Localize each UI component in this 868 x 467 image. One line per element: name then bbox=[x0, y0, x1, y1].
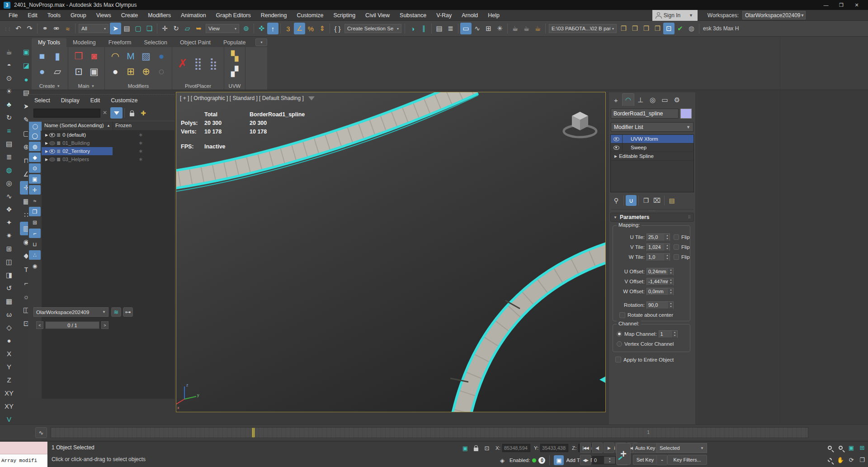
menu-rendering[interactable]: Rendering bbox=[256, 10, 292, 21]
mini-curve-editor-icon[interactable]: ∿ bbox=[35, 427, 47, 438]
viewport-header[interactable]: [ + ] [ Orthographic ] [ Standard ] [ De… bbox=[180, 95, 315, 101]
w-offset-spinner[interactable]: ▴▾ bbox=[668, 288, 673, 295]
display-lights-filter-icon[interactable]: ⊙ bbox=[29, 163, 41, 173]
frame-spinner[interactable]: ▴▾ bbox=[604, 457, 616, 464]
axis-z-button[interactable]: Z bbox=[3, 373, 15, 386]
menu-graph-editors[interactable]: Graph Editors bbox=[211, 10, 256, 21]
menu-group[interactable]: Group bbox=[66, 10, 91, 21]
parameters-rollout-header[interactable]: ▼ Parameters ⠿ bbox=[610, 213, 694, 222]
select-and-link-icon[interactable]: ⚭ bbox=[39, 23, 51, 34]
prs-transform-icon[interactable]: ✗ bbox=[175, 49, 190, 78]
viewport-header-labels[interactable]: [ + ] [ Orthographic ] [ Standard ] [ De… bbox=[180, 95, 304, 101]
zoom-region-icon[interactable] bbox=[825, 455, 835, 465]
play-button[interactable]: ▶ bbox=[604, 443, 614, 453]
mirror-tool-icon[interactable]: ◫ bbox=[3, 255, 15, 268]
box-primitive-icon[interactable]: ■ bbox=[35, 49, 49, 63]
explorer-menu-edit[interactable]: Edit bbox=[90, 97, 100, 104]
scripting-line[interactable]: Array modifi bbox=[0, 454, 47, 467]
display-groups-filter-icon[interactable]: ❐ bbox=[29, 207, 41, 216]
auto-key-button[interactable]: Auto Key bbox=[633, 443, 657, 453]
map-channel-spinner[interactable]: ▴▾ bbox=[672, 331, 677, 338]
menu-arnold[interactable]: Arnold bbox=[457, 10, 483, 21]
document-window-icon-3[interactable]: ❒ bbox=[641, 23, 652, 34]
light-icon[interactable]: ⊙ bbox=[3, 71, 15, 85]
ffd-modifier-icon[interactable]: ⊞ bbox=[123, 64, 138, 79]
menu-substance[interactable]: Substance bbox=[395, 10, 431, 21]
cycle-icon[interactable]: ↻ bbox=[3, 111, 15, 124]
key-filters-button[interactable]: Key Filters... bbox=[667, 455, 707, 465]
list-icon[interactable]: ≡ bbox=[3, 124, 15, 137]
tree-icon[interactable]: ♣ bbox=[3, 98, 15, 111]
x-coordinate-field[interactable]: 85348,594 bbox=[502, 444, 530, 452]
ribbon-config-button[interactable]: ▾ bbox=[255, 38, 267, 46]
spline-icon[interactable]: ∿ bbox=[3, 190, 15, 203]
angle-snap-icon[interactable]: ∠ bbox=[294, 23, 305, 34]
y-coordinate-field[interactable]: 35433,438 bbox=[540, 444, 568, 452]
isolate-selection-icon[interactable]: ▣ bbox=[460, 443, 470, 453]
render-setup-icon[interactable]: ☕ bbox=[509, 23, 521, 34]
configure-modifier-sets-icon[interactable]: ▤ bbox=[666, 195, 677, 206]
ribbon-tab-object-paint[interactable]: Object Paint bbox=[174, 38, 217, 47]
frozen-toggle-icon[interactable]: ∗ bbox=[138, 148, 143, 154]
select-and-move-icon[interactable]: ✛ bbox=[159, 23, 170, 34]
toggle-ribbon-icon[interactable]: ▭ bbox=[460, 23, 472, 34]
utilities-tab-icon[interactable]: ⚙ bbox=[671, 94, 683, 106]
bind-to-space-warp-icon[interactable]: ≈ bbox=[62, 23, 73, 34]
use-pivot-point-center-icon[interactable]: ⊚ bbox=[241, 23, 252, 34]
align-icon[interactable]: ∥ bbox=[418, 23, 429, 34]
w-tile-field[interactable]: 1,0▴▾ bbox=[646, 253, 670, 261]
timeline-track[interactable]: 1 bbox=[51, 427, 808, 438]
filter-selection-button[interactable] bbox=[110, 107, 123, 119]
v-tile-field[interactable]: 1,024▴▾ bbox=[646, 243, 670, 251]
search-input[interactable] bbox=[33, 109, 100, 118]
mirror-modifier-icon[interactable]: M bbox=[123, 49, 138, 63]
ribbon-tab-my-tools[interactable]: My Tools bbox=[32, 38, 66, 47]
material-sphere-icon[interactable]: ● bbox=[108, 64, 123, 79]
display-cameras-filter-icon[interactable]: ▣ bbox=[29, 174, 41, 184]
explorer-menu-select[interactable]: Select bbox=[34, 97, 50, 104]
viewcube[interactable] bbox=[564, 112, 596, 137]
workspace-dropdown[interactable]: OlarWorkspace202409 ▼ bbox=[742, 11, 806, 19]
grid-add-icon[interactable]: ⊞ bbox=[3, 242, 15, 255]
menu-help[interactable]: Help bbox=[483, 10, 505, 21]
display-bones-filter-icon[interactable]: ⌐ bbox=[29, 229, 41, 238]
panel-splitter[interactable]: ⋯⋯ bbox=[611, 209, 693, 212]
visibility-eye-icon[interactable] bbox=[49, 141, 55, 145]
road-spline-bottom[interactable] bbox=[450, 252, 605, 412]
edit-named-selection-sets-icon[interactable]: { } bbox=[332, 23, 343, 34]
rotate-about-center-checkbox[interactable] bbox=[619, 312, 625, 318]
ribbon-tab-modeling[interactable]: Modeling bbox=[66, 38, 102, 47]
select-and-scale-icon[interactable]: ▱ bbox=[182, 23, 193, 34]
checker-icon[interactable]: ▞ bbox=[227, 64, 242, 79]
select-and-rotate-icon[interactable]: ↻ bbox=[170, 23, 182, 34]
go-to-start-button[interactable]: |◀◀ bbox=[580, 443, 591, 453]
half-sphere-icon[interactable]: ◓ bbox=[3, 58, 15, 71]
display-spacewarps-filter-icon[interactable]: ≈ bbox=[29, 196, 41, 205]
set-key-button[interactable]: Set Key bbox=[633, 455, 657, 465]
modifier-stack-row[interactable]: Sweep bbox=[611, 143, 693, 152]
set-key-filters-mode-icon[interactable]: ⌁ bbox=[656, 455, 667, 465]
graph-icon[interactable]: ▦ bbox=[3, 295, 15, 308]
axis-xy2-button[interactable]: XY bbox=[3, 400, 15, 413]
make-unique-icon[interactable]: ❐ bbox=[641, 195, 651, 206]
rotation-spinner[interactable]: ▴▾ bbox=[668, 302, 673, 309]
render-production-icon[interactable]: ☕ bbox=[532, 23, 543, 34]
percent-snap-icon[interactable]: % bbox=[305, 23, 316, 34]
previous-frame-button[interactable]: ◀| bbox=[592, 443, 603, 453]
mirror-icon[interactable]: ◑ bbox=[407, 23, 418, 34]
expand-arrow-icon[interactable]: ▶ bbox=[42, 149, 48, 153]
menu-animation[interactable]: Animation bbox=[176, 10, 211, 21]
ribbon-group-label-modifiers[interactable]: Modifiers bbox=[108, 82, 169, 90]
project-folder-dropdown[interactable]: E:\03 РАБОТА...\02 В работе▾ bbox=[549, 24, 617, 33]
redo-icon[interactable]: ↷ bbox=[24, 23, 35, 34]
map-channel-radio[interactable] bbox=[617, 331, 622, 337]
bend-modifier-icon[interactable]: ◠ bbox=[108, 49, 123, 63]
toggle-layer-explorer-icon[interactable]: ≣ bbox=[445, 23, 456, 34]
axis-xy-button[interactable]: XY bbox=[3, 386, 15, 400]
wave-icon[interactable]: ω bbox=[3, 308, 15, 321]
motion-tab-icon[interactable]: ◎ bbox=[646, 94, 659, 106]
rectangular-selection-region-icon[interactable]: ▢ bbox=[132, 23, 144, 34]
sphere-primitive-icon[interactable]: ● bbox=[35, 64, 49, 79]
teapot-icon[interactable]: ☕ bbox=[3, 45, 15, 58]
rendered-frame-window-icon[interactable]: ☕ bbox=[521, 23, 532, 34]
